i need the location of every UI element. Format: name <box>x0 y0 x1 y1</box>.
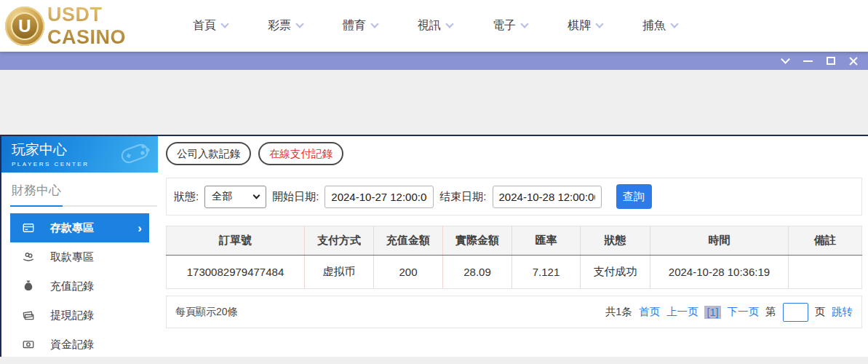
jump-prefix-label: 第 <box>765 305 776 319</box>
end-date-label: 结束日期: <box>439 190 486 204</box>
cell-payment-method: 虚拟币 <box>305 256 374 289</box>
page-jump-input[interactable] <box>783 303 808 322</box>
sidebar-item-label: 提現記錄 <box>50 309 94 323</box>
first-page-link[interactable]: 首页 <box>639 305 660 319</box>
chevron-down-icon <box>670 20 678 28</box>
page-size-text: 每頁顯示20條 <box>175 306 238 319</box>
nav-item-label: 電子 <box>493 18 516 33</box>
close-icon <box>848 56 859 66</box>
close-button[interactable] <box>844 52 862 70</box>
filter-bar: 狀態: 全部 開始日期: 结束日期: 查詢 <box>166 178 862 215</box>
chevron-down-icon <box>220 20 228 28</box>
nav-item-label: 棋牌 <box>568 18 591 33</box>
banknote-coin-icon <box>22 338 35 351</box>
sidebar-item-funds-records[interactable]: 資金記錄 › <box>10 330 149 359</box>
search-button[interactable]: 查詢 <box>616 184 652 209</box>
nav-item-slots[interactable]: 電子 <box>493 18 527 33</box>
chevron-down-icon <box>781 55 790 64</box>
nav-item-label: 首頁 <box>193 18 216 33</box>
brand-badge-letter: U <box>11 12 39 40</box>
pagination-controls: 共1条 首页 上一页 [1] 下一页 第 页 跳转 <box>605 303 853 322</box>
total-count-text: 共1条 <box>605 305 632 319</box>
nav-item-live[interactable]: 視訊 <box>418 18 453 33</box>
cell-order-number: 1730082979477484 <box>167 256 305 289</box>
sidebar-item-deposit-zone[interactable]: 存款專區 › <box>10 213 149 242</box>
players-center-header: 玩家中心 PLAYERS CENTER <box>1 136 158 173</box>
chevron-down-icon <box>295 20 303 28</box>
brand-logo[interactable]: U USDT CASINO <box>0 4 153 49</box>
chevron-down-icon <box>445 20 453 28</box>
sidebar-item-recharge-records[interactable]: 充值記錄 › <box>10 272 149 301</box>
jump-button[interactable]: 跳转 <box>832 305 853 319</box>
sidebar-item-label: 資金記錄 <box>50 338 94 352</box>
sidebar-item-label: 充值記錄 <box>50 280 94 293</box>
status-select[interactable]: 全部 <box>204 186 266 208</box>
pagination-bar: 每頁顯示20條 共1条 首页 上一页 [1] 下一页 第 页 跳转 <box>166 296 862 328</box>
start-date-label: 開始日期: <box>272 190 319 204</box>
next-page-link[interactable]: 下一页 <box>728 305 760 319</box>
nav-item-label: 彩票 <box>268 18 291 33</box>
sidebar-item-withdrawal-records[interactable]: 提現記錄 › <box>10 301 149 330</box>
chevron-down-icon <box>253 191 260 199</box>
sidebar-item-label: 取款專區 <box>50 250 94 264</box>
table-row: 1730082979477484 虚拟币 200 28.09 7.121 支付成… <box>167 256 862 289</box>
col-exchange-rate: 匯率 <box>512 226 581 256</box>
current-page-indicator[interactable]: [1] <box>704 306 720 319</box>
section-underline <box>12 205 157 207</box>
tab-online-payment-records[interactable]: 在線支付記錄 <box>258 142 343 165</box>
col-remark: 備註 <box>789 226 862 256</box>
gamepad-icon <box>116 138 154 167</box>
col-order-number: 訂單號 <box>167 226 305 256</box>
page-background-gap <box>0 70 868 135</box>
main-nav: 首頁 彩票 體育 視訊 電子 棋牌 <box>193 18 677 33</box>
minimize-icon <box>803 60 813 62</box>
chevron-down-icon <box>595 20 603 28</box>
chevron-down-icon <box>520 20 528 28</box>
brand-name: USDT CASINO <box>47 4 153 49</box>
chevron-down-icon <box>370 20 378 28</box>
tab-company-deposit-records[interactable]: 公司入款記錄 <box>166 142 251 165</box>
nav-item-fishing[interactable]: 捕魚 <box>642 18 677 33</box>
main-panel: 公司入款記錄 在線支付記錄 狀態: 全部 開始日期: 结束日期: 查詢 <box>158 136 868 357</box>
records-table: 訂單號 支付方式 充值金額 實際金額 匯率 狀態 時間 備註 173008297… <box>166 226 862 289</box>
sidebar-menu: 存款專區 › 取款專區 › 充值記錄 › <box>1 213 158 359</box>
nav-item-label: 視訊 <box>418 18 441 33</box>
cell-remark <box>789 256 862 289</box>
page: U USDT CASINO 首頁 彩票 體育 視訊 電子 <box>0 0 868 364</box>
top-navbar: U USDT CASINO 首頁 彩票 體育 視訊 電子 <box>0 0 868 52</box>
minimize-button[interactable] <box>799 52 817 70</box>
end-date-input[interactable] <box>493 186 602 208</box>
content-frame: 玩家中心 PLAYERS CENTER 財務中心 <box>0 135 868 357</box>
window-titlebar <box>0 52 868 70</box>
nav-item-label: 體育 <box>343 18 366 33</box>
sidebar-item-withdraw-zone[interactable]: 取款專區 › <box>10 242 149 272</box>
sidebar-item-label: 存款專區 <box>50 221 94 235</box>
maximize-button[interactable] <box>821 52 840 70</box>
nav-item-lottery[interactable]: 彩票 <box>268 18 303 33</box>
col-status: 狀態 <box>581 226 650 256</box>
col-time: 時間 <box>650 226 789 256</box>
cell-recharge-amount: 200 <box>374 256 443 289</box>
finance-section: 財務中心 <box>1 173 158 207</box>
start-date-input[interactable] <box>324 186 434 208</box>
status-select-value: 全部 <box>212 190 232 203</box>
nav-item-sports[interactable]: 體育 <box>343 18 378 33</box>
nav-item-home[interactable]: 首頁 <box>193 18 228 33</box>
table-header-row: 訂單號 支付方式 充值金額 實際金額 匯率 狀態 時間 備註 <box>167 226 862 256</box>
cell-exchange-rate: 7.121 <box>512 256 581 289</box>
record-tabs: 公司入款記錄 在線支付記錄 <box>166 142 868 165</box>
chevron-right-icon: › <box>138 222 142 234</box>
window-dropdown-button[interactable] <box>776 52 795 70</box>
finance-section-title: 財務中心 <box>12 182 158 199</box>
maximize-icon <box>827 57 835 65</box>
deposit-card-icon <box>22 221 35 234</box>
col-actual-amount: 實際金額 <box>443 226 512 256</box>
withdraw-hand-icon <box>22 250 35 264</box>
cell-actual-amount: 28.09 <box>443 256 512 289</box>
banknotes-icon <box>22 309 35 322</box>
cell-status: 支付成功 <box>581 256 650 289</box>
nav-item-chess[interactable]: 棋牌 <box>568 18 602 33</box>
status-label: 狀態: <box>174 190 199 204</box>
prev-page-link[interactable]: 上一页 <box>666 305 698 319</box>
brand-badge-icon: U <box>5 7 44 46</box>
